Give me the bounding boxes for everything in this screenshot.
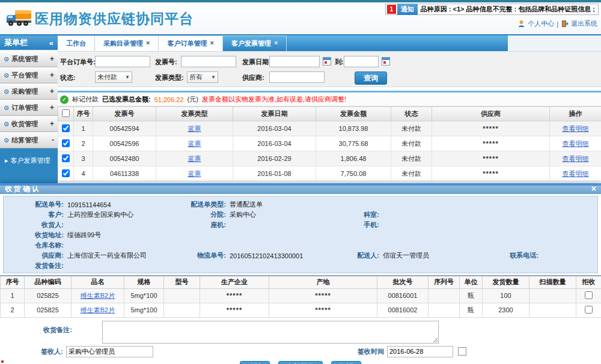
calendar-icon[interactable] xyxy=(382,57,390,65)
column-header: 发票类型 xyxy=(156,107,233,121)
expand-toggle-icon[interactable]: + xyxy=(50,120,54,128)
sidebar-menu-item[interactable]: ⊙ 结算管理 - xyxy=(0,132,58,148)
reject-checkbox[interactable] xyxy=(585,291,593,299)
invoice-type-link[interactable]: 蓝票 xyxy=(156,136,233,151)
sidebar-submenu-item[interactable]: ▸ 客户发票管理 xyxy=(0,153,58,168)
signer-input[interactable] xyxy=(66,346,153,357)
page-title: 医用物资供应链协同平台 xyxy=(35,10,194,28)
sidebar-submenu: ▸ 客户发票管理 xyxy=(0,148,58,168)
row-checkbox[interactable] xyxy=(62,169,70,177)
cell-status: 未付款 xyxy=(391,121,432,136)
expand-toggle-icon[interactable]: + xyxy=(50,71,54,79)
product-name-link[interactable]: 维生素B2片 xyxy=(72,288,124,303)
customer-label: 客户: xyxy=(4,210,64,219)
status-select-value: 未付款 xyxy=(97,73,117,82)
column-header: 单位 xyxy=(460,276,483,288)
view-detail-link[interactable]: 查看明细 xyxy=(550,121,601,136)
platform-order-input[interactable] xyxy=(95,56,150,67)
invoice-type-select[interactable]: 所有 ▼ xyxy=(187,71,218,83)
invoice-date-from-input[interactable] xyxy=(269,56,320,67)
product-name-link[interactable]: 维生素B2片 xyxy=(72,303,124,317)
branch-label: 分院: xyxy=(172,210,226,219)
expand-toggle-icon[interactable]: + xyxy=(50,103,54,112)
cell-unit: 瓶 xyxy=(460,303,483,317)
column-header: 序列号 xyxy=(429,276,460,288)
confirm-button[interactable]: 确认 xyxy=(240,361,270,364)
cell-manufacturer: ***** xyxy=(200,288,269,303)
invoice-type-link[interactable]: 蓝票 xyxy=(156,151,233,166)
tab-close-icon[interactable]: × xyxy=(146,39,150,46)
submenu-item-label: 客户发票管理 xyxy=(11,156,50,165)
supplier-input[interactable] xyxy=(269,71,325,83)
row-checkbox[interactable] xyxy=(62,124,70,132)
cell-amount: 10,873.98 xyxy=(316,121,391,136)
reject-checkbox[interactable] xyxy=(585,306,593,314)
view-detail-link[interactable]: 查看明细 xyxy=(550,136,601,151)
status-select[interactable]: 未付款 ▼ xyxy=(95,71,132,83)
supplier-label: 供应商: xyxy=(242,73,264,82)
calendar-icon[interactable] xyxy=(323,57,331,65)
cancel-button[interactable]: 取消 xyxy=(331,361,361,364)
submenu-arrow-icon: ▸ xyxy=(5,157,8,165)
menu-bullet-icon: ⊙ xyxy=(4,104,9,112)
select-all-checkbox[interactable] xyxy=(62,109,70,117)
invoice-table-header: 序号 发票号 发票类型 发票日期 发票金额 状态 供应商 操作 xyxy=(58,107,601,121)
view-detail-link[interactable]: 查看明细 xyxy=(550,151,601,166)
tab[interactable]: 工作台 × xyxy=(58,35,95,51)
reject-all-button[interactable]: 全部拒收 xyxy=(278,361,323,364)
cell-serial xyxy=(429,288,460,303)
tab-close-icon[interactable]: × xyxy=(210,39,213,46)
status-bar: ✓ 标记付款 已选发票总金额: 51,206.22 (元) 发票金额以实物发票为… xyxy=(58,93,601,106)
notification-button[interactable]: 通知 xyxy=(397,4,418,15)
mark-paid-action[interactable]: 标记付款 xyxy=(72,95,99,104)
cell-invoice-no: 00542594 xyxy=(93,121,156,136)
sidebar-menu-item[interactable]: ⊙ 订单管理 + xyxy=(0,100,58,116)
column-header: 型号 xyxy=(164,276,200,288)
sidebar-menu-item[interactable]: ⊙ 系统管理 + xyxy=(0,51,58,67)
sidebar-title: 菜单栏 xyxy=(4,37,28,48)
cell-invoice-no: 04611338 xyxy=(93,166,156,181)
sidebar-menu-item[interactable]: ⊙ 采购管理 + xyxy=(0,83,58,100)
tab[interactable]: 客户订单管理 × xyxy=(159,35,222,51)
invoice-no-input[interactable] xyxy=(181,56,236,67)
view-detail-link[interactable]: 查看明细 xyxy=(550,166,601,181)
menu-bullet-icon: ⊙ xyxy=(4,71,9,79)
sidebar-menu-item[interactable]: ⊙ 平台管理 + xyxy=(0,67,58,83)
column-header: 批次号 xyxy=(377,276,429,288)
sidebar-menu-item[interactable]: ⊙ 收货管理 + xyxy=(0,116,58,132)
profile-link[interactable]: 个人中心 xyxy=(528,19,554,28)
tab-bar: 工作台 × 采购目录管理 × 客户订单管理 × xyxy=(58,35,601,51)
search-button[interactable]: 查询 xyxy=(355,71,387,85)
invoice-type-link[interactable]: 蓝票 xyxy=(156,166,233,181)
expand-toggle-icon[interactable]: - xyxy=(52,136,54,144)
address-value: 绥德路99号 xyxy=(64,231,597,240)
cell-seq: 2 xyxy=(74,136,93,151)
invoice-table: 序号 发票号 发票类型 发票日期 发票金额 状态 供应商 操作 xyxy=(58,106,601,181)
invoice-date-to-input[interactable] xyxy=(344,56,379,67)
calendar-icon[interactable] xyxy=(458,347,466,356)
logout-link[interactable]: 退出系统 xyxy=(571,19,597,28)
sidebar-menu: ⊙ 系统管理 + ⊙ 平台管理 + ⊙ 采购管理 + xyxy=(0,51,58,148)
sidebar-collapse-icon[interactable]: « xyxy=(49,38,53,47)
truck-logo-icon xyxy=(6,8,32,28)
landline-label: 座机: xyxy=(172,220,226,229)
row-checkbox[interactable] xyxy=(62,154,70,162)
expand-toggle-icon[interactable]: + xyxy=(50,87,54,96)
dialog-supplier-value: 上海信谊天一药业有限公司 xyxy=(64,251,172,260)
tab[interactable]: 客户发票管理 × xyxy=(223,35,287,51)
invoice-table-row: 4 04611338 蓝票 2016-01-08 7,750.08 未付款 **… xyxy=(58,166,601,181)
column-header: 规格 xyxy=(124,276,164,288)
logistics-no-label: 物流单号: xyxy=(172,251,226,260)
tab-bar-filler xyxy=(287,35,508,51)
tab[interactable]: 采购目录管理 × xyxy=(95,35,159,51)
receipt-remark-textarea[interactable] xyxy=(102,321,439,344)
cell-date: 2016-01-08 xyxy=(233,166,316,181)
tab-close-icon[interactable]: × xyxy=(274,39,278,46)
invoice-type-link[interactable]: 蓝票 xyxy=(156,121,233,136)
column-header: 供应商 xyxy=(432,107,550,121)
cell-code: 025825 xyxy=(25,288,72,303)
row-checkbox[interactable] xyxy=(62,139,70,147)
sign-time-input[interactable] xyxy=(387,346,453,357)
expand-toggle-icon[interactable]: + xyxy=(50,55,54,63)
cell-origin: ***** xyxy=(269,303,377,317)
